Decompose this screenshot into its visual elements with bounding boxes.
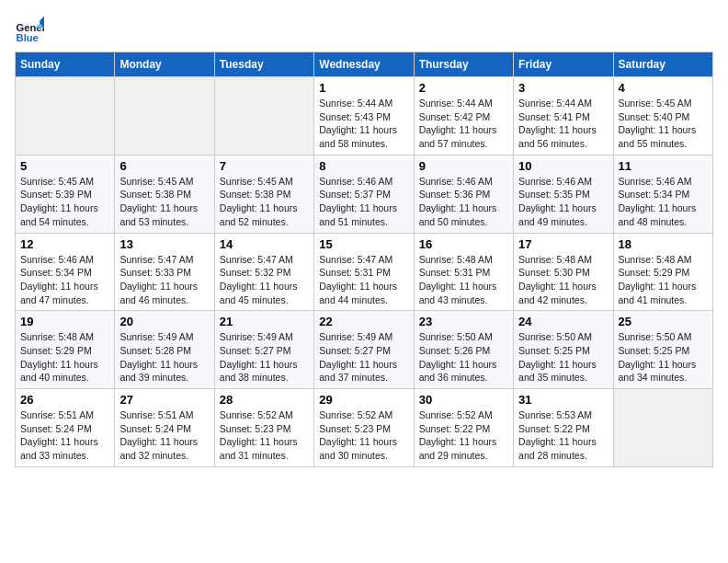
- day-info: Sunrise: 5:45 AM Sunset: 5:40 PM Dayligh…: [619, 97, 708, 151]
- calendar-cell: 10Sunrise: 5:46 AM Sunset: 5:35 PM Dayli…: [514, 155, 613, 233]
- calendar-cell: 19Sunrise: 5:48 AM Sunset: 5:29 PM Dayli…: [16, 311, 115, 389]
- day-info: Sunrise: 5:49 AM Sunset: 5:28 PM Dayligh…: [119, 330, 209, 385]
- day-number: 31: [518, 393, 608, 407]
- day-info: Sunrise: 5:48 AM Sunset: 5:31 PM Dayligh…: [419, 253, 508, 307]
- day-number: 28: [220, 393, 309, 407]
- calendar-cell: 13Sunrise: 5:47 AM Sunset: 5:33 PM Dayli…: [115, 233, 214, 311]
- calendar-cell: 23Sunrise: 5:50 AM Sunset: 5:26 PM Dayli…: [414, 311, 513, 389]
- day-info: Sunrise: 5:49 AM Sunset: 5:27 PM Dayligh…: [319, 330, 408, 385]
- column-header-sunday: Sunday: [16, 52, 115, 77]
- day-info: Sunrise: 5:45 AM Sunset: 5:38 PM Dayligh…: [220, 175, 309, 229]
- day-number: 12: [20, 237, 109, 251]
- calendar-cell: [115, 77, 214, 155]
- day-info: Sunrise: 5:47 AM Sunset: 5:32 PM Dayligh…: [220, 253, 309, 307]
- day-info: Sunrise: 5:50 AM Sunset: 5:25 PM Dayligh…: [518, 330, 608, 385]
- day-number: 25: [619, 315, 708, 328]
- logo: General Blue: [15, 15, 48, 44]
- calendar-cell: 25Sunrise: 5:50 AM Sunset: 5:25 PM Dayli…: [613, 311, 712, 389]
- day-number: 22: [319, 315, 408, 328]
- day-number: 1: [319, 81, 408, 95]
- calendar-cell: 2Sunrise: 5:44 AM Sunset: 5:42 PM Daylig…: [414, 77, 513, 155]
- day-info: Sunrise: 5:50 AM Sunset: 5:26 PM Dayligh…: [419, 330, 508, 385]
- logo-icon: General Blue: [15, 15, 44, 44]
- calendar-cell: 1Sunrise: 5:44 AM Sunset: 5:43 PM Daylig…: [314, 77, 414, 155]
- calendar-cell: [16, 77, 115, 155]
- day-number: 3: [518, 81, 608, 95]
- day-number: 18: [619, 237, 708, 251]
- day-number: 7: [220, 159, 309, 173]
- column-header-tuesday: Tuesday: [214, 52, 313, 77]
- calendar-cell: 12Sunrise: 5:46 AM Sunset: 5:34 PM Dayli…: [16, 233, 115, 311]
- calendar-week-row: 1Sunrise: 5:44 AM Sunset: 5:43 PM Daylig…: [16, 77, 713, 155]
- day-number: 9: [419, 159, 508, 173]
- calendar-cell: [613, 389, 712, 467]
- day-info: Sunrise: 5:48 AM Sunset: 5:29 PM Dayligh…: [20, 330, 109, 385]
- day-number: 26: [20, 393, 109, 407]
- day-info: Sunrise: 5:45 AM Sunset: 5:38 PM Dayligh…: [119, 175, 209, 229]
- day-info: Sunrise: 5:46 AM Sunset: 5:34 PM Dayligh…: [20, 253, 109, 307]
- calendar-cell: 21Sunrise: 5:49 AM Sunset: 5:27 PM Dayli…: [214, 311, 313, 389]
- day-number: 11: [619, 159, 708, 173]
- calendar-cell: 31Sunrise: 5:53 AM Sunset: 5:22 PM Dayli…: [514, 389, 613, 467]
- day-info: Sunrise: 5:49 AM Sunset: 5:27 PM Dayligh…: [220, 330, 309, 385]
- day-number: 17: [518, 237, 608, 251]
- day-number: 30: [419, 393, 508, 407]
- calendar-cell: 8Sunrise: 5:46 AM Sunset: 5:37 PM Daylig…: [314, 155, 414, 233]
- calendar-cell: 11Sunrise: 5:46 AM Sunset: 5:34 PM Dayli…: [613, 155, 712, 233]
- day-info: Sunrise: 5:46 AM Sunset: 5:36 PM Dayligh…: [419, 175, 508, 229]
- calendar-week-row: 12Sunrise: 5:46 AM Sunset: 5:34 PM Dayli…: [16, 233, 713, 311]
- day-number: 2: [419, 81, 508, 95]
- day-info: Sunrise: 5:50 AM Sunset: 5:25 PM Dayligh…: [619, 330, 708, 385]
- day-info: Sunrise: 5:46 AM Sunset: 5:35 PM Dayligh…: [518, 175, 608, 229]
- calendar-cell: 16Sunrise: 5:48 AM Sunset: 5:31 PM Dayli…: [414, 233, 513, 311]
- calendar-week-row: 5Sunrise: 5:45 AM Sunset: 5:39 PM Daylig…: [16, 155, 713, 233]
- day-number: 4: [619, 81, 708, 95]
- calendar-cell: 28Sunrise: 5:52 AM Sunset: 5:23 PM Dayli…: [214, 389, 313, 467]
- calendar-cell: 5Sunrise: 5:45 AM Sunset: 5:39 PM Daylig…: [16, 155, 115, 233]
- calendar-cell: [214, 77, 313, 155]
- day-info: Sunrise: 5:44 AM Sunset: 5:42 PM Dayligh…: [419, 97, 508, 151]
- day-number: 16: [419, 237, 508, 251]
- calendar-cell: 3Sunrise: 5:44 AM Sunset: 5:41 PM Daylig…: [514, 77, 613, 155]
- column-header-friday: Friday: [514, 52, 613, 77]
- day-number: 20: [119, 315, 209, 328]
- day-info: Sunrise: 5:48 AM Sunset: 5:29 PM Dayligh…: [619, 253, 708, 307]
- day-number: 29: [319, 393, 408, 407]
- day-number: 6: [119, 159, 209, 173]
- page-header: General Blue: [15, 15, 713, 44]
- day-number: 21: [220, 315, 309, 328]
- day-info: Sunrise: 5:47 AM Sunset: 5:33 PM Dayligh…: [119, 253, 209, 307]
- column-header-monday: Monday: [115, 52, 214, 77]
- day-info: Sunrise: 5:51 AM Sunset: 5:24 PM Dayligh…: [119, 408, 209, 463]
- day-info: Sunrise: 5:52 AM Sunset: 5:23 PM Dayligh…: [319, 408, 408, 463]
- day-info: Sunrise: 5:44 AM Sunset: 5:43 PM Dayligh…: [319, 97, 408, 151]
- day-info: Sunrise: 5:52 AM Sunset: 5:22 PM Dayligh…: [419, 408, 508, 463]
- day-info: Sunrise: 5:46 AM Sunset: 5:37 PM Dayligh…: [319, 175, 408, 229]
- day-info: Sunrise: 5:53 AM Sunset: 5:22 PM Dayligh…: [518, 408, 608, 463]
- day-number: 5: [20, 159, 109, 173]
- day-number: 23: [419, 315, 508, 328]
- day-info: Sunrise: 5:52 AM Sunset: 5:23 PM Dayligh…: [220, 408, 309, 463]
- calendar-cell: 29Sunrise: 5:52 AM Sunset: 5:23 PM Dayli…: [314, 389, 414, 467]
- day-info: Sunrise: 5:45 AM Sunset: 5:39 PM Dayligh…: [20, 175, 109, 229]
- calendar-cell: 7Sunrise: 5:45 AM Sunset: 5:38 PM Daylig…: [214, 155, 313, 233]
- calendar-cell: 30Sunrise: 5:52 AM Sunset: 5:22 PM Dayli…: [414, 389, 513, 467]
- day-number: 10: [518, 159, 608, 173]
- day-info: Sunrise: 5:48 AM Sunset: 5:30 PM Dayligh…: [518, 253, 608, 307]
- column-header-wednesday: Wednesday: [314, 52, 414, 77]
- calendar-cell: 26Sunrise: 5:51 AM Sunset: 5:24 PM Dayli…: [16, 389, 115, 467]
- calendar-cell: 9Sunrise: 5:46 AM Sunset: 5:36 PM Daylig…: [414, 155, 513, 233]
- calendar-cell: 4Sunrise: 5:45 AM Sunset: 5:40 PM Daylig…: [613, 77, 712, 155]
- calendar-cell: 20Sunrise: 5:49 AM Sunset: 5:28 PM Dayli…: [115, 311, 214, 389]
- calendar-cell: 22Sunrise: 5:49 AM Sunset: 5:27 PM Dayli…: [314, 311, 414, 389]
- calendar-cell: 18Sunrise: 5:48 AM Sunset: 5:29 PM Dayli…: [613, 233, 712, 311]
- day-info: Sunrise: 5:44 AM Sunset: 5:41 PM Dayligh…: [518, 97, 608, 151]
- calendar-week-row: 26Sunrise: 5:51 AM Sunset: 5:24 PM Dayli…: [16, 389, 713, 467]
- day-number: 19: [20, 315, 109, 328]
- calendar-cell: 27Sunrise: 5:51 AM Sunset: 5:24 PM Dayli…: [115, 389, 214, 467]
- day-info: Sunrise: 5:51 AM Sunset: 5:24 PM Dayligh…: [20, 408, 109, 463]
- day-info: Sunrise: 5:47 AM Sunset: 5:31 PM Dayligh…: [319, 253, 408, 307]
- calendar-cell: 14Sunrise: 5:47 AM Sunset: 5:32 PM Dayli…: [214, 233, 313, 311]
- calendar-cell: 17Sunrise: 5:48 AM Sunset: 5:30 PM Dayli…: [514, 233, 613, 311]
- day-number: 27: [119, 393, 209, 407]
